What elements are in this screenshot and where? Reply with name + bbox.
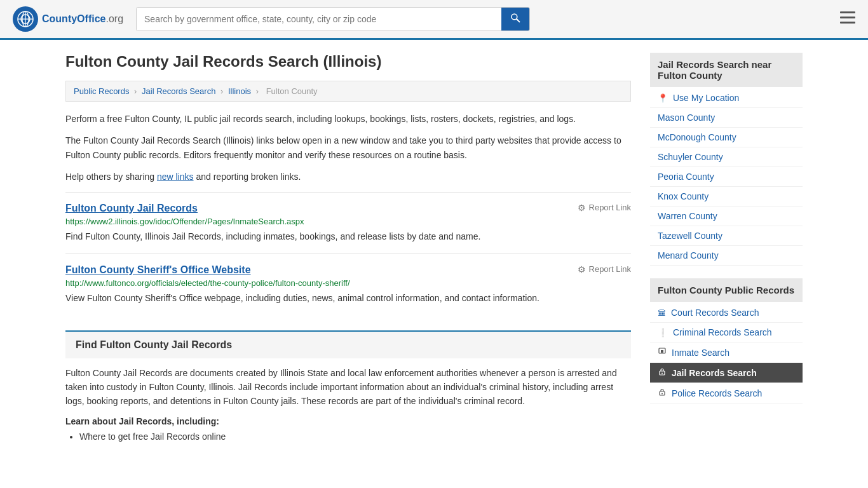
svg-point-13 bbox=[661, 373, 663, 374]
menu-icon[interactable] bbox=[840, 11, 855, 27]
sidebar-item-schuyler[interactable]: Schuyler County bbox=[650, 147, 803, 167]
report-icon-2: ⚙ bbox=[578, 264, 586, 274]
bullet-item-1: Where to get free Jail Records online bbox=[79, 431, 631, 442]
sidebar-section-nearby: Jail Records Search near Fulton County 📍… bbox=[650, 53, 803, 266]
sidebar-header-public-records: Fulton County Public Records bbox=[650, 278, 803, 302]
learn-title: Learn about Jail Records, including: bbox=[65, 416, 631, 426]
sidebar: Jail Records Search near Fulton County 📍… bbox=[650, 53, 803, 444]
sidebar-item-warren[interactable]: Warren County bbox=[650, 207, 803, 226]
sidebar-section-public-records: Fulton County Public Records 🏛 Court Rec… bbox=[650, 278, 803, 403]
description-3: Help others by sharing new links and rep… bbox=[65, 170, 631, 184]
breadcrumb-fulton-county: Fulton County bbox=[266, 86, 318, 96]
record-title-1[interactable]: Fulton County Jail Records bbox=[65, 203, 198, 214]
court-icon: 🏛 bbox=[658, 308, 666, 318]
jail-lock-icon bbox=[658, 367, 667, 378]
sidebar-item-tazewell[interactable]: Tazewell County bbox=[650, 226, 803, 246]
svg-rect-9 bbox=[840, 22, 855, 24]
description-2: The Fulton County Jail Records Search (I… bbox=[65, 133, 631, 162]
svg-rect-8 bbox=[840, 17, 855, 18]
breadcrumb-public-records[interactable]: Public Records bbox=[74, 86, 129, 96]
record-desc-1: Find Fulton County, Illinois Jail Record… bbox=[65, 230, 631, 243]
report-link-2[interactable]: ⚙ Report Link bbox=[578, 264, 631, 274]
svg-rect-7 bbox=[840, 11, 855, 13]
report-icon-1: ⚙ bbox=[578, 203, 586, 213]
search-input[interactable] bbox=[137, 8, 501, 30]
record-desc-2: View Fulton County Sheriff's Office webp… bbox=[65, 292, 631, 305]
sidebar-item-mason[interactable]: Mason County bbox=[650, 108, 803, 128]
police-lock-icon bbox=[658, 388, 667, 398]
record-item-2: Fulton County Sheriff's Office Website ⚙… bbox=[65, 254, 631, 315]
description-1: Perform a free Fulton County, IL public … bbox=[65, 112, 631, 126]
breadcrumb-jail-records[interactable]: Jail Records Search bbox=[142, 86, 215, 96]
svg-point-15 bbox=[661, 393, 663, 395]
main-container: Fulton County Jail Records Search (Illin… bbox=[53, 40, 815, 470]
sidebar-item-jail-records[interactable]: Jail Records Search bbox=[650, 363, 803, 383]
find-section: Find Fulton County Jail Records bbox=[65, 330, 631, 358]
record-url-2[interactable]: http://www.fultonco.org/officials/electe… bbox=[65, 278, 631, 288]
breadcrumb: Public Records › Jail Records Search › I… bbox=[65, 81, 631, 102]
logo-icon bbox=[13, 6, 38, 32]
sidebar-item-mcdonough[interactable]: McDonough County bbox=[650, 128, 803, 147]
sidebar-item-menard[interactable]: Menard County bbox=[650, 246, 803, 266]
svg-line-6 bbox=[517, 19, 519, 22]
record-url-1[interactable]: https://www2.illinois.gov/idoc/Offender/… bbox=[65, 217, 631, 226]
sidebar-header-nearby: Jail Records Search near Fulton County bbox=[650, 53, 803, 87]
sidebar-use-location[interactable]: 📍 Use My Location bbox=[650, 88, 803, 108]
sidebar-item-court-records[interactable]: 🏛 Court Records Search bbox=[650, 303, 803, 323]
location-icon: 📍 bbox=[658, 93, 668, 103]
main-content: Fulton County Jail Records Search (Illin… bbox=[65, 53, 631, 444]
find-section-heading: Find Fulton County Jail Records bbox=[76, 339, 621, 351]
sidebar-item-police-records[interactable]: Police Records Search bbox=[650, 383, 803, 403]
search-bar[interactable] bbox=[136, 7, 530, 31]
search-button[interactable] bbox=[501, 8, 529, 30]
page-title: Fulton County Jail Records Search (Illin… bbox=[65, 53, 631, 71]
breadcrumb-illinois[interactable]: Illinois bbox=[228, 86, 251, 96]
criminal-icon: ❕ bbox=[658, 328, 668, 337]
sidebar-item-inmate-search[interactable]: Inmate Search bbox=[650, 342, 803, 363]
bullet-list: Where to get free Jail Records online bbox=[65, 431, 631, 442]
sidebar-item-knox[interactable]: Knox County bbox=[650, 187, 803, 207]
sidebar-item-criminal-records[interactable]: ❕ Criminal Records Search bbox=[650, 323, 803, 342]
logo[interactable]: CountyOffice.org bbox=[13, 6, 123, 32]
record-item-1: Fulton County Jail Records ⚙ Report Link… bbox=[65, 192, 631, 254]
new-links-link[interactable]: new links bbox=[157, 172, 194, 182]
record-title-2[interactable]: Fulton County Sheriff's Office Website bbox=[65, 264, 251, 276]
header: CountyOffice.org bbox=[0, 0, 868, 40]
sidebar-item-peoria[interactable]: Peoria County bbox=[650, 167, 803, 187]
report-link-1[interactable]: ⚙ Report Link bbox=[578, 203, 631, 213]
logo-text: CountyOffice.org bbox=[42, 13, 123, 25]
inmate-icon bbox=[658, 347, 667, 358]
svg-rect-11 bbox=[661, 350, 663, 353]
use-location-label: Use My Location bbox=[673, 93, 739, 103]
find-section-text: Fulton County Jail Records are documents… bbox=[65, 366, 631, 409]
